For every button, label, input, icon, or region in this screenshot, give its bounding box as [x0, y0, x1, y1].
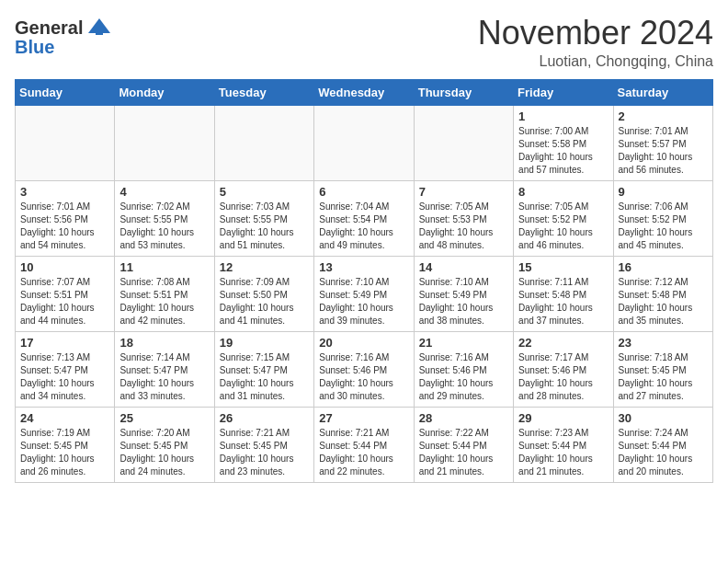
day-number: 16 [619, 260, 708, 274]
day-info: Sunrise: 7:24 AM Sunset: 5:44 PM Dayligh… [619, 427, 708, 478]
calendar-day-cell: 21Sunrise: 7:16 AM Sunset: 5:46 PM Dayli… [414, 331, 513, 407]
calendar-day-cell: 1Sunrise: 7:00 AM Sunset: 5:58 PM Daylig… [514, 105, 613, 180]
calendar-day-cell: 20Sunrise: 7:16 AM Sunset: 5:46 PM Dayli… [314, 331, 414, 407]
day-info: Sunrise: 7:01 AM Sunset: 5:56 PM Dayligh… [20, 201, 109, 252]
day-info: Sunrise: 7:11 AM Sunset: 5:48 PM Dayligh… [518, 276, 608, 327]
day-number: 14 [419, 260, 508, 274]
logo-general-text: General [15, 17, 83, 39]
calendar-day-header: Saturday [613, 79, 712, 105]
svg-rect-1 [96, 29, 103, 35]
day-number: 24 [20, 411, 109, 425]
calendar-day-cell: 16Sunrise: 7:12 AM Sunset: 5:48 PM Dayli… [613, 256, 712, 331]
calendar-day-cell: 13Sunrise: 7:10 AM Sunset: 5:49 PM Dayli… [314, 256, 414, 331]
calendar-day-cell: 8Sunrise: 7:05 AM Sunset: 5:52 PM Daylig… [514, 180, 613, 256]
calendar-header-row: SundayMondayTuesdayWednesdayThursdayFrid… [16, 79, 713, 105]
calendar-day-header: Tuesday [214, 79, 313, 105]
day-info: Sunrise: 7:01 AM Sunset: 5:57 PM Dayligh… [619, 125, 708, 177]
day-number: 3 [20, 185, 109, 199]
day-info: Sunrise: 7:14 AM Sunset: 5:47 PM Dayligh… [119, 351, 209, 403]
title-block: November 2024 Luotian, Chongqing, China [478, 15, 713, 70]
calendar-day-cell: 11Sunrise: 7:08 AM Sunset: 5:51 PM Dayli… [115, 256, 214, 331]
day-number: 19 [220, 336, 309, 350]
calendar-day-cell: 9Sunrise: 7:06 AM Sunset: 5:52 PM Daylig… [613, 180, 712, 256]
calendar-week-row: 3Sunrise: 7:01 AM Sunset: 5:56 PM Daylig… [16, 180, 713, 256]
day-number: 30 [619, 411, 708, 425]
day-info: Sunrise: 7:07 AM Sunset: 5:51 PM Dayligh… [20, 276, 109, 327]
day-info: Sunrise: 7:13 AM Sunset: 5:47 PM Dayligh… [20, 351, 109, 403]
day-number: 22 [518, 336, 608, 350]
day-info: Sunrise: 7:21 AM Sunset: 5:44 PM Dayligh… [319, 427, 408, 478]
day-number: 25 [119, 411, 209, 425]
day-number: 26 [220, 411, 309, 425]
calendar-day-cell [16, 105, 115, 180]
calendar-day-cell: 22Sunrise: 7:17 AM Sunset: 5:46 PM Dayli… [514, 331, 613, 407]
day-number: 12 [220, 260, 309, 274]
day-number: 21 [419, 336, 508, 350]
day-info: Sunrise: 7:17 AM Sunset: 5:46 PM Dayligh… [518, 351, 608, 403]
calendar-day-cell [314, 105, 414, 180]
calendar-week-row: 1Sunrise: 7:00 AM Sunset: 5:58 PM Daylig… [16, 105, 713, 180]
day-info: Sunrise: 7:21 AM Sunset: 5:45 PM Dayligh… [220, 427, 309, 478]
calendar-day-cell: 7Sunrise: 7:05 AM Sunset: 5:53 PM Daylig… [414, 180, 513, 256]
day-info: Sunrise: 7:15 AM Sunset: 5:47 PM Dayligh… [220, 351, 309, 403]
calendar-day-cell: 14Sunrise: 7:10 AM Sunset: 5:49 PM Dayli… [414, 256, 513, 331]
day-info: Sunrise: 7:04 AM Sunset: 5:54 PM Dayligh… [319, 201, 408, 252]
logo-icon [86, 15, 112, 40]
calendar-day-cell [414, 105, 513, 180]
day-number: 27 [319, 411, 408, 425]
day-info: Sunrise: 7:22 AM Sunset: 5:44 PM Dayligh… [419, 427, 508, 478]
calendar-day-cell: 25Sunrise: 7:20 AM Sunset: 5:45 PM Dayli… [115, 407, 214, 482]
day-info: Sunrise: 7:06 AM Sunset: 5:52 PM Dayligh… [619, 201, 708, 252]
calendar-day-cell: 26Sunrise: 7:21 AM Sunset: 5:45 PM Dayli… [214, 407, 313, 482]
day-number: 18 [119, 336, 209, 350]
day-info: Sunrise: 7:10 AM Sunset: 5:49 PM Dayligh… [419, 276, 508, 327]
day-number: 23 [619, 336, 708, 350]
day-number: 5 [220, 185, 309, 199]
calendar-table: SundayMondayTuesdayWednesdayThursdayFrid… [15, 79, 713, 483]
calendar-day-cell: 29Sunrise: 7:23 AM Sunset: 5:44 PM Dayli… [514, 407, 613, 482]
calendar-week-row: 17Sunrise: 7:13 AM Sunset: 5:47 PM Dayli… [16, 331, 713, 407]
day-info: Sunrise: 7:00 AM Sunset: 5:58 PM Dayligh… [518, 125, 608, 177]
day-info: Sunrise: 7:16 AM Sunset: 5:46 PM Dayligh… [419, 351, 508, 403]
calendar-day-cell: 5Sunrise: 7:03 AM Sunset: 5:55 PM Daylig… [214, 180, 313, 256]
day-info: Sunrise: 7:16 AM Sunset: 5:46 PM Dayligh… [319, 351, 408, 403]
day-info: Sunrise: 7:19 AM Sunset: 5:45 PM Dayligh… [20, 427, 109, 478]
day-info: Sunrise: 7:18 AM Sunset: 5:45 PM Dayligh… [619, 351, 708, 403]
calendar-day-header: Thursday [414, 79, 513, 105]
calendar-day-header: Sunday [16, 79, 115, 105]
calendar-day-cell: 17Sunrise: 7:13 AM Sunset: 5:47 PM Dayli… [16, 331, 115, 407]
day-number: 11 [119, 260, 209, 274]
calendar-day-cell: 30Sunrise: 7:24 AM Sunset: 5:44 PM Dayli… [613, 407, 712, 482]
day-info: Sunrise: 7:20 AM Sunset: 5:45 PM Dayligh… [119, 427, 209, 478]
day-number: 2 [619, 109, 708, 123]
calendar-day-cell: 12Sunrise: 7:09 AM Sunset: 5:50 PM Dayli… [214, 256, 313, 331]
day-number: 4 [119, 185, 209, 199]
calendar-day-cell: 15Sunrise: 7:11 AM Sunset: 5:48 PM Dayli… [514, 256, 613, 331]
calendar-day-header: Monday [115, 79, 214, 105]
location-title: Luotian, Chongqing, China [478, 53, 713, 70]
day-number: 7 [419, 185, 508, 199]
day-number: 8 [518, 185, 608, 199]
day-number: 28 [419, 411, 508, 425]
calendar-day-cell: 18Sunrise: 7:14 AM Sunset: 5:47 PM Dayli… [115, 331, 214, 407]
day-info: Sunrise: 7:05 AM Sunset: 5:52 PM Dayligh… [518, 201, 608, 252]
day-info: Sunrise: 7:23 AM Sunset: 5:44 PM Dayligh… [518, 427, 608, 478]
day-number: 15 [518, 260, 608, 274]
calendar-day-header: Friday [514, 79, 613, 105]
calendar-day-cell [115, 105, 214, 180]
day-number: 1 [518, 109, 608, 123]
logo-blue-text: Blue [15, 37, 54, 57]
day-info: Sunrise: 7:08 AM Sunset: 5:51 PM Dayligh… [119, 276, 209, 327]
calendar-day-cell [214, 105, 313, 180]
calendar-day-cell: 24Sunrise: 7:19 AM Sunset: 5:45 PM Dayli… [16, 407, 115, 482]
day-number: 20 [319, 336, 408, 350]
calendar-day-cell: 10Sunrise: 7:07 AM Sunset: 5:51 PM Dayli… [16, 256, 115, 331]
day-info: Sunrise: 7:12 AM Sunset: 5:48 PM Dayligh… [619, 276, 708, 327]
day-number: 10 [20, 260, 109, 274]
calendar-day-header: Wednesday [314, 79, 414, 105]
month-title: November 2024 [478, 15, 713, 52]
day-number: 13 [319, 260, 408, 274]
calendar-week-row: 10Sunrise: 7:07 AM Sunset: 5:51 PM Dayli… [16, 256, 713, 331]
day-number: 9 [619, 185, 708, 199]
calendar-day-cell: 27Sunrise: 7:21 AM Sunset: 5:44 PM Dayli… [314, 407, 414, 482]
